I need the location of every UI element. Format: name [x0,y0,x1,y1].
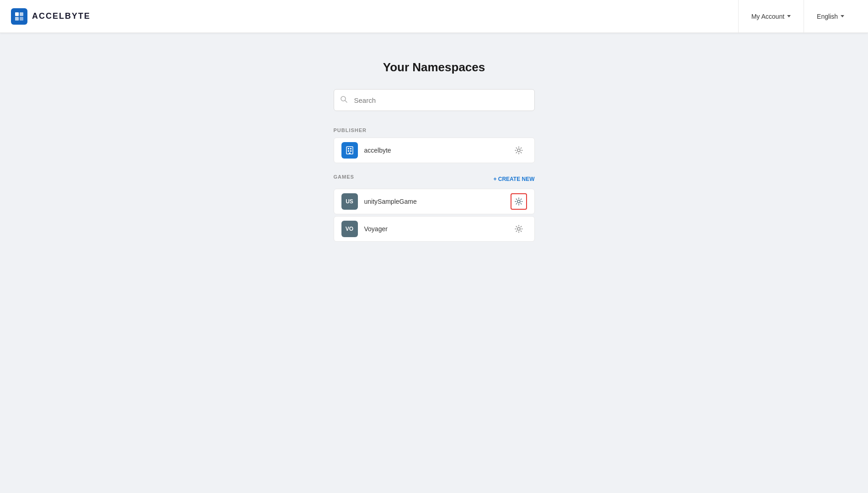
svg-line-5 [345,101,347,102]
svg-point-13 [517,200,520,203]
my-account-chevron-icon [787,15,791,17]
main-content: Your Namespaces PUBLISHER [0,33,868,244]
search-container [334,89,535,111]
svg-rect-0 [15,12,19,16]
my-account-label: My Account [751,13,784,20]
search-icon [340,95,347,105]
language-chevron-icon [841,15,844,17]
games-header: GAMES + CREATE NEW [334,174,535,184]
voyager-item[interactable]: VO Voyager [334,216,535,242]
publisher-settings-button[interactable] [511,142,527,159]
unity-sample-game-settings-button[interactable] [511,193,527,210]
publisher-namespace-item[interactable]: accelbyte [334,138,535,163]
language-label: English [817,13,838,20]
svg-rect-1 [20,12,23,16]
unity-sample-game-name: unitySampleGame [364,198,511,205]
logo-area: ACCELBYTE [11,8,91,25]
unity-sample-game-avatar: US [341,193,358,210]
svg-rect-9 [348,150,349,152]
accelbyte-logo-icon [11,8,27,25]
voyager-settings-button[interactable] [511,221,527,237]
svg-rect-3 [20,17,23,21]
language-button[interactable]: English [804,0,857,33]
voyager-name: Voyager [364,225,511,233]
my-account-button[interactable]: My Account [738,0,804,33]
create-new-button[interactable]: + CREATE NEW [493,176,534,182]
publisher-name: accelbyte [364,147,511,154]
publisher-section: PUBLISHER accelbyte [334,127,535,163]
header: ACCELBYTE My Account English [0,0,868,33]
games-section: GAMES + CREATE NEW US unitySampleGame [334,174,535,242]
svg-rect-7 [348,148,349,149]
svg-rect-11 [349,153,351,154]
namespaces-container: PUBLISHER accelbyte [334,127,535,244]
header-right: My Account English [738,0,857,33]
unity-sample-game-avatar-text: US [346,198,353,205]
svg-rect-2 [15,17,19,21]
publisher-avatar [341,142,358,159]
logo-text: ACCELBYTE [32,11,91,21]
publisher-section-label: PUBLISHER [334,127,535,133]
svg-rect-8 [350,148,351,149]
unity-sample-game-item[interactable]: US unitySampleGame [334,189,535,214]
voyager-avatar-text: VO [346,226,353,232]
svg-rect-10 [350,150,351,152]
voyager-avatar: VO [341,221,358,237]
search-input[interactable] [334,89,535,111]
page-title: Your Namespaces [383,60,485,74]
svg-point-12 [517,149,520,152]
create-new-label: + CREATE NEW [493,176,534,182]
games-section-label: GAMES [334,174,354,180]
svg-point-14 [517,228,520,230]
